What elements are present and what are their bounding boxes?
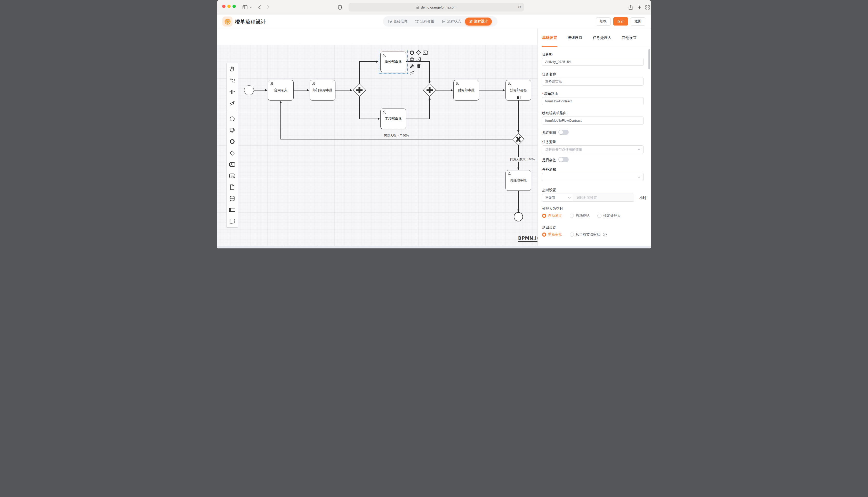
- task-dept-leader-approval[interactable]: 部门领导审批: [309, 80, 335, 101]
- timeout-setting-group: 不设置: [542, 194, 634, 202]
- tab-process-design[interactable]: 流程设计: [465, 17, 492, 26]
- create-data-object[interactable]: [229, 184, 236, 191]
- space-tool[interactable]: [229, 88, 236, 95]
- create-subprocess[interactable]: [229, 172, 236, 180]
- save-button[interactable]: 保存: [613, 17, 628, 26]
- sidebar-toggle-icon[interactable]: [241, 4, 248, 11]
- create-participant[interactable]: [229, 206, 236, 213]
- flow-label-lt40[interactable]: 同意人数小于40%: [383, 133, 410, 138]
- create-start-event[interactable]: [229, 115, 236, 123]
- task-finance-dept-approval[interactable]: 财务部审批: [453, 80, 479, 101]
- tab-basic-settings[interactable]: 基础设置: [542, 28, 557, 47]
- radio-re-approve[interactable]: 重新审批: [542, 232, 562, 237]
- create-intermediate-event[interactable]: [229, 127, 236, 134]
- task-id-label: 任务ID: [542, 52, 553, 57]
- task-id-input[interactable]: [542, 58, 644, 66]
- tab-task-assignee[interactable]: 任务处理人: [593, 28, 611, 47]
- bpmn-canvas[interactable]: 合同录入 部门领导审批 造价部审批 工程部审批 财务部审批 法务部会签 总经理审…: [217, 45, 537, 246]
- fullscreen-window-button[interactable]: [233, 5, 236, 8]
- timeout-mode-select[interactable]: 不设置: [542, 194, 574, 201]
- assignee-empty-label: 处理人为空时: [542, 207, 563, 211]
- new-tab-icon[interactable]: [636, 4, 643, 11]
- share-icon[interactable]: [627, 4, 634, 11]
- reload-icon[interactable]: ⟳: [518, 5, 522, 10]
- radio-assign-handler[interactable]: 指定处理人: [597, 213, 621, 218]
- hand-tool[interactable]: [229, 66, 236, 73]
- task-name-label: 任务名称: [542, 72, 556, 76]
- wrench-icon[interactable]: [409, 63, 415, 69]
- form-route-input[interactable]: [542, 97, 644, 105]
- append-end-event-icon[interactable]: [409, 50, 415, 55]
- user-icon: [270, 82, 274, 86]
- toolbar-strip: 保存流程 打开文件 下载文件 预览 100%: [217, 28, 537, 45]
- tab-process-status[interactable]: 流程状态: [438, 16, 465, 27]
- append-intermediate-event-icon[interactable]: [409, 56, 415, 62]
- end-event[interactable]: [514, 212, 523, 222]
- create-group[interactable]: [229, 217, 236, 225]
- append-task-icon[interactable]: [423, 50, 428, 55]
- sliders-icon: [415, 19, 419, 23]
- task-contract-entry[interactable]: 合同录入: [268, 80, 294, 101]
- create-gateway[interactable]: [229, 150, 236, 157]
- connect-tool-icon[interactable]: [409, 70, 415, 75]
- task-label: 部门领导审批: [313, 88, 333, 93]
- start-event[interactable]: [244, 85, 254, 95]
- task-label: 合同录入: [274, 88, 287, 93]
- mobile-form-route-input[interactable]: [542, 116, 644, 125]
- shield-icon[interactable]: [336, 4, 343, 11]
- parallel-gateway-split[interactable]: [353, 84, 366, 98]
- append-gateway-icon[interactable]: [416, 50, 421, 55]
- task-variable-select[interactable]: 选择任务节点使用的变量: [542, 145, 644, 153]
- close-window-button[interactable]: [222, 5, 225, 8]
- task-name-input[interactable]: [542, 77, 644, 86]
- back-button[interactable]: 返回: [631, 17, 645, 26]
- radio-auto-reject[interactable]: 自动拒绝: [570, 213, 590, 218]
- info-icon[interactable]: i: [603, 233, 607, 237]
- allow-edit-label: 允许编辑: [542, 130, 556, 135]
- radio-auto-approve[interactable]: 自动通过: [542, 213, 562, 218]
- panel-tabs: 基础设置 按钮设置 任务处理人 其他设置: [538, 28, 651, 47]
- user-icon: [507, 172, 512, 176]
- timeout-hours-input[interactable]: [574, 194, 634, 201]
- allow-edit-toggle[interactable]: [559, 130, 569, 135]
- countersign-label: 是否会签: [542, 158, 556, 162]
- chevron-down-icon: [568, 196, 571, 200]
- radio-from-current-node[interactable]: 从当前节点审批i: [570, 232, 607, 237]
- task-notify-select[interactable]: [542, 173, 644, 181]
- countersign-toggle[interactable]: [559, 157, 569, 162]
- append-text-annotation-icon[interactable]: [416, 56, 421, 62]
- tab-other-settings[interactable]: 其他设置: [622, 28, 637, 47]
- user-icon: [312, 82, 316, 86]
- task-legal-dept-countersign[interactable]: 法务部会签: [506, 80, 531, 101]
- bpmn-io-logo[interactable]: BPMN.iO: [518, 236, 537, 242]
- global-connect-tool[interactable]: [229, 100, 236, 107]
- task-general-manager-approval[interactable]: 总经理审批: [506, 170, 531, 191]
- chevron-down-icon[interactable]: [248, 4, 253, 11]
- forward-icon[interactable]: [264, 4, 272, 11]
- canvas-horizontal-scrollbar[interactable]: [217, 246, 651, 248]
- panel-scrollbar[interactable]: [648, 49, 650, 69]
- assignee-empty-options: 自动通过 自动拒绝 指定处理人: [542, 213, 621, 218]
- flow-label-gt40[interactable]: 同意人数大于40%: [509, 157, 536, 162]
- process-nav-tabs: 基础信息 流程变量 流程状态 流程设计: [383, 16, 497, 27]
- back-icon[interactable]: [256, 4, 263, 11]
- create-data-store[interactable]: [229, 195, 236, 202]
- tab-process-variables[interactable]: 流程变量: [411, 16, 438, 27]
- browser-toolbar: demo.orangeforms.com ⟳: [217, 0, 651, 14]
- task-engineering-dept-approval[interactable]: 工程部审批: [380, 109, 406, 129]
- switch-button[interactable]: 切换: [596, 17, 611, 26]
- parallel-gateway-join[interactable]: [423, 84, 436, 98]
- trash-icon[interactable]: [416, 63, 421, 69]
- user-icon: [507, 82, 512, 86]
- create-user-task[interactable]: [229, 161, 236, 168]
- task-notify-label: 任务通知: [542, 167, 556, 172]
- minimize-window-button[interactable]: [227, 5, 231, 8]
- lasso-tool[interactable]: [229, 77, 236, 84]
- task-variable-label: 任务变量: [542, 140, 556, 144]
- tab-basic-info[interactable]: 基础信息: [384, 16, 411, 27]
- tab-overview-icon[interactable]: [644, 4, 651, 11]
- tab-button-settings[interactable]: 按钮设置: [567, 28, 582, 47]
- address-bar[interactable]: demo.orangeforms.com ⟳: [348, 3, 524, 12]
- create-end-event[interactable]: [229, 138, 236, 145]
- exclusive-gateway[interactable]: [512, 133, 525, 146]
